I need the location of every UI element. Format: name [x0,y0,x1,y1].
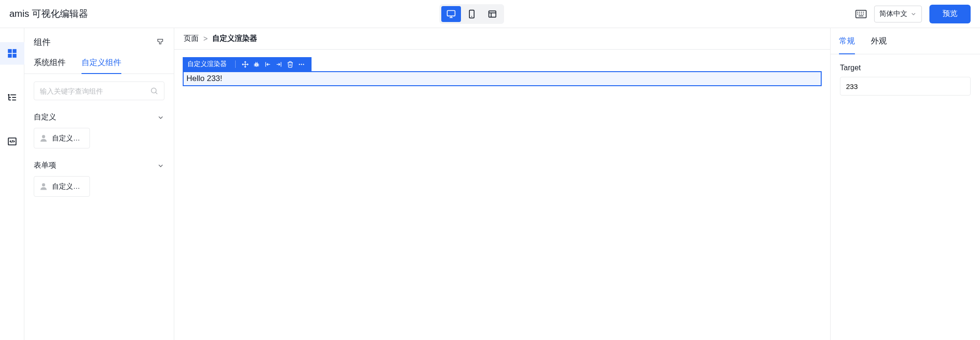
tab-appearance[interactable]: 外观 [871,28,887,54]
svg-line-30 [12,140,13,143]
node-content[interactable]: Hello 233! [183,71,822,86]
properties-panel: 常规 外观 Target [830,28,980,340]
keyboard-button[interactable] [855,10,867,18]
monitor-icon [446,9,456,19]
sidebar-components-button[interactable] [0,42,24,65]
svg-point-34 [42,183,45,186]
svg-rect-3 [469,10,474,18]
selected-node[interactable]: 自定义渲染器 Hello 233! [183,57,822,86]
user-icon [39,182,48,191]
search-box [34,81,164,100]
svg-point-51 [303,64,304,65]
component-item[interactable]: 自定义渲... [34,176,90,197]
node-toolbar: 自定义渲染器 [183,57,312,71]
language-select[interactable]: 简体中文 [874,6,922,22]
pin-button[interactable] [156,37,164,47]
more-icon [298,61,305,68]
code-icon [7,136,17,147]
svg-line-43 [254,66,255,66]
breadcrumb-current[interactable]: 自定义渲染器 [212,34,257,44]
search-icon [150,87,158,95]
node-delete-button[interactable] [284,59,296,70]
keyboard-icon [855,10,867,18]
section-form-header[interactable]: 表单项 [34,152,164,176]
svg-line-39 [254,64,255,64]
node-more-button[interactable] [296,59,307,70]
device-layout-button[interactable] [483,6,502,22]
sidebar-outline-button[interactable] [0,86,24,109]
target-label: Target [840,64,971,72]
chevron-down-icon [910,11,917,17]
node-debug-button[interactable] [251,59,262,70]
property-tabs: 常规 外观 [831,28,980,54]
svg-line-32 [156,92,157,94]
svg-rect-19 [13,50,15,52]
user-icon [39,133,48,143]
section-title: 表单项 [34,161,56,170]
breadcrumb-root[interactable]: 页面 [184,34,199,44]
svg-rect-5 [489,11,496,17]
component-item-label: 自定义渲... [52,134,85,143]
language-value: 简体中文 [879,9,907,18]
chevron-down-icon [157,114,164,121]
insert-left-icon [264,61,271,68]
node-insert-before-button[interactable] [262,59,273,70]
preview-button[interactable]: 预览 [929,5,971,23]
pin-icon [156,37,164,46]
top-bar: amis 可视化编辑器 简体中文 预览 [0,0,980,28]
canvas[interactable]: 自定义渲染器 Hello 233! [174,50,830,340]
chevron-down-icon [157,162,164,170]
component-tabs: 系统组件 自定义组件 [24,52,174,74]
canvas-area: 页面 > 自定义渲染器 自定义渲染器 Hello 233! [174,28,830,340]
tab-general[interactable]: 常规 [839,28,855,54]
sidebar-code-button[interactable] [0,130,24,153]
grid-icon [7,48,17,59]
svg-point-25 [8,95,9,96]
icon-sidebar [0,28,24,340]
tablet-icon [467,9,476,19]
move-icon [242,61,249,68]
svg-point-50 [301,64,302,65]
layout-icon [488,9,497,19]
app-title: amis 可视化编辑器 [9,7,88,20]
search-input[interactable] [40,87,150,95]
target-input[interactable] [840,77,971,96]
node-label: 自定义渲染器 [187,60,231,68]
tab-custom-components[interactable]: 自定义组件 [82,52,121,74]
insert-right-icon [275,61,282,68]
component-item-label: 自定义渲... [52,182,85,191]
breadcrumb-separator: > [203,35,208,43]
svg-rect-18 [8,50,11,52]
panel-title: 组件 [34,37,51,48]
section-custom-header[interactable]: 自定义 [34,104,164,128]
list-tree-icon [7,92,17,103]
section-title: 自定义 [34,112,56,122]
tab-system-components[interactable]: 系统组件 [34,52,66,74]
svg-line-40 [258,64,259,64]
device-switcher [439,4,504,24]
breadcrumb: 页面 > 自定义渲染器 [174,28,830,50]
device-desktop-button[interactable] [441,6,461,22]
svg-rect-21 [13,54,15,57]
svg-point-49 [298,64,300,65]
svg-rect-20 [8,54,11,57]
svg-point-33 [42,135,45,138]
trash-icon [287,61,294,68]
device-tablet-button[interactable] [462,6,482,22]
svg-point-31 [151,88,156,93]
bug-icon [253,61,260,68]
components-panel: 组件 系统组件 自定义组件 自定义 自定义渲... [24,28,174,340]
svg-rect-0 [447,10,455,16]
node-insert-after-button[interactable] [273,59,284,70]
component-item[interactable]: 自定义渲... [34,128,90,148]
svg-line-44 [258,66,259,66]
node-move-button[interactable] [239,59,251,70]
